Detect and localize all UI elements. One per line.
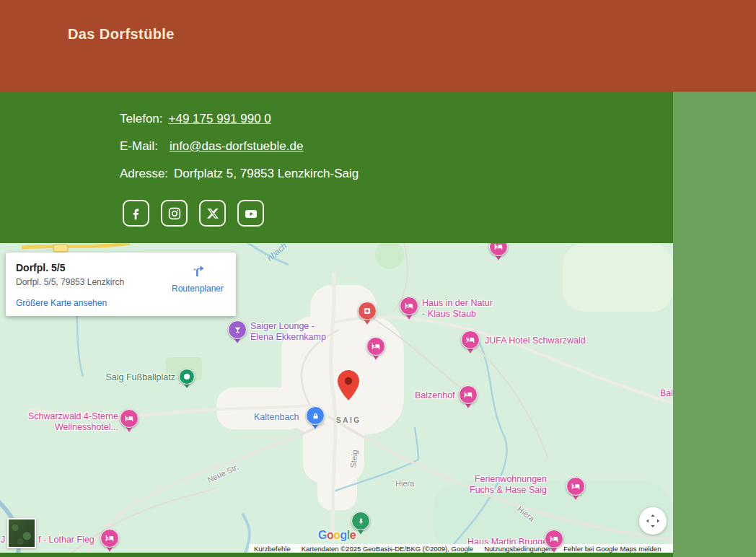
medical-marker[interactable]: [358, 302, 377, 325]
lodging-marker[interactable]: [400, 297, 418, 320]
report-error-link[interactable]: Fehler bei Google Maps melden: [563, 545, 661, 553]
poi-label-balzenhof[interactable]: Balzenhof: [415, 390, 455, 401]
sports-marker[interactable]: [179, 369, 195, 389]
phone-link[interactable]: +49 175 991 990 0: [169, 112, 271, 126]
main-location-pin[interactable]: [338, 370, 359, 400]
poi-label-haus-in-der-natur[interactable]: Haus in der Natur - Klaus Staub: [422, 298, 493, 319]
facebook-icon[interactable]: [123, 200, 149, 227]
lodging-marker[interactable]: [366, 337, 385, 361]
poi-label-fussballplatz[interactable]: Saig Fußballplatz: [96, 372, 175, 383]
google-map[interactable]: nbach Haus in der Natur - Klaus Staub Sa…: [0, 243, 673, 553]
phone-row: Telefon:+49 175 991 990 0: [120, 112, 271, 126]
pan-control[interactable]: [639, 507, 667, 535]
poi-label-saiger-lounge[interactable]: Saiger Lounge - Elena Ekkernkamp: [250, 321, 326, 342]
poi-label-jufa-hotel[interactable]: JUFA Hotel Schwarzwald: [485, 335, 586, 346]
larger-map-link[interactable]: Größere Karte ansehen: [16, 298, 107, 308]
imagery-thumbnail[interactable]: [7, 518, 36, 548]
email-row: E-Mail:info@das-dorfstueble.de: [120, 139, 303, 154]
map-data-attribution: Kartendaten ©2025 GeoBasis-DE/BKG (©2009…: [302, 545, 473, 553]
contact-section: Telefon:+49 175 991 990 0 E-Mail:info@da…: [0, 92, 673, 243]
lodging-marker[interactable]: [461, 330, 480, 354]
email-link[interactable]: info@das-dorfstueble.de: [170, 139, 303, 153]
poi-label-ferienwohnungen[interactable]: Ferienwohnungen Fuchs & Hase Saig: [439, 474, 547, 495]
phone-label: Telefon:: [120, 112, 163, 126]
page: Das Dorfstüble Telefon:+49 175 991 990 0…: [0, 0, 756, 557]
page-background-band: [673, 92, 756, 557]
address-row: Adresse:Dorfplatz 5, 79853 Lenzkirch-Sai…: [120, 167, 359, 181]
lodging-marker[interactable]: [100, 529, 119, 553]
bar-marker[interactable]: [228, 320, 247, 344]
directions-button[interactable]: Routenplaner: [170, 261, 226, 294]
directions-label: Routenplaner: [170, 284, 226, 294]
locality-label-saig: SAIG: [336, 416, 361, 424]
site-header: Das Dorfstüble: [0, 0, 756, 92]
street-label-hiera: Hiera: [395, 479, 414, 488]
social-links: [123, 200, 264, 227]
poi-label-wellnesshotel[interactable]: Schwarzwald 4-Sterne Wellnesshotel...: [13, 411, 118, 432]
google-logo[interactable]: Google: [318, 529, 356, 542]
poi-label-lothar-fieg[interactable]: f - Lothar Fieg: [38, 535, 94, 545]
address-text: Dorfplatz 5, 79853 Lenzkirch-Saig: [174, 167, 359, 180]
lodging-marker[interactable]: [120, 409, 139, 433]
youtube-icon[interactable]: [237, 200, 264, 227]
next-section-edge: [0, 553, 673, 557]
map-info-card: Dorfpl. 5/5 Dorfpl. 5/5, 79853 Lenzkirch…: [6, 253, 236, 316]
email-label: E-Mail:: [120, 139, 158, 153]
pan-arrows-icon: [644, 512, 662, 530]
map-attribution-bar: Kurzbefehle Kartendaten ©2025 GeoBasis-D…: [249, 544, 673, 553]
lodging-marker[interactable]: [489, 243, 508, 261]
poi-label-kaltenbach[interactable]: Kaltenbach: [254, 412, 299, 423]
address-label: Adresse:: [120, 167, 168, 180]
lodging-marker[interactable]: [459, 385, 478, 409]
poi-marker-lock[interactable]: [306, 406, 325, 430]
terms-link[interactable]: Nutzungsbedingungen: [484, 545, 553, 553]
instagram-icon[interactable]: [161, 200, 188, 227]
x-twitter-icon[interactable]: [199, 200, 226, 227]
site-logo[interactable]: Das Dorfstüble: [68, 26, 175, 43]
keyboard-shortcuts-link[interactable]: Kurzbefehle: [254, 545, 291, 553]
lodging-marker[interactable]: [566, 477, 585, 501]
directions-icon: [189, 261, 206, 278]
poi-label-partial[interactable]: Bal: [660, 388, 673, 399]
poi-label-fragment: J: [1, 535, 5, 545]
